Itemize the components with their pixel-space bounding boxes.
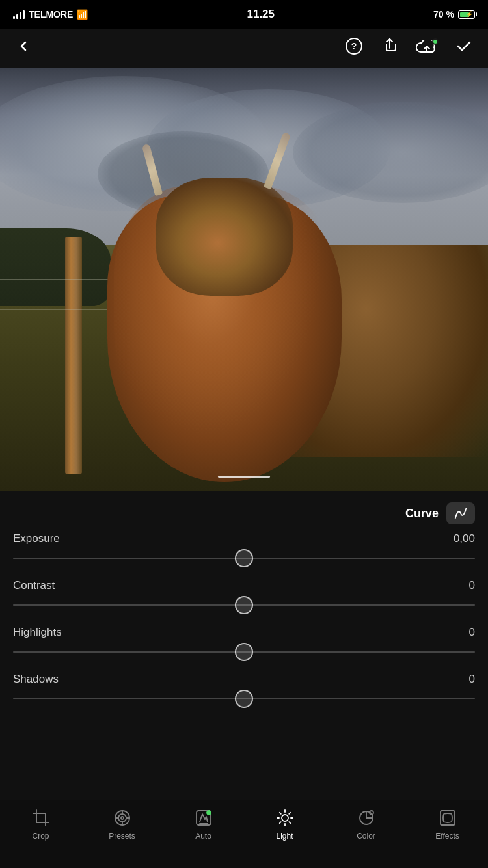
light-label: Light <box>276 832 293 841</box>
svg-text:?: ? <box>351 41 357 51</box>
svg-point-16 <box>282 815 288 821</box>
cloud-sync-button[interactable] <box>416 40 437 57</box>
highlights-value: 0 <box>469 626 475 639</box>
color-icon <box>357 808 376 828</box>
exposure-row: Exposure 0,00 <box>13 532 475 566</box>
share-button[interactable] <box>381 38 398 59</box>
exposure-label: Exposure <box>13 532 60 545</box>
nav-item-light[interactable]: Light <box>259 808 311 841</box>
contrast-value: 0 <box>469 579 475 592</box>
contrast-label: Contrast <box>13 579 55 592</box>
shadows-value: 0 <box>469 673 475 686</box>
battery-pct-label: 70 % <box>433 9 454 20</box>
contrast-slider[interactable] <box>13 597 475 613</box>
exposure-slider[interactable] <box>13 550 475 566</box>
color-label: Color <box>357 832 375 841</box>
curve-button[interactable] <box>446 502 475 524</box>
exposure-value: 0,00 <box>454 532 475 545</box>
highlights-row: Highlights 0 <box>13 626 475 660</box>
status-right: 70 % ⚡ <box>433 9 475 20</box>
sliders-container: Exposure 0,00 Contrast 0 <box>0 532 488 707</box>
svg-rect-3 <box>36 813 46 822</box>
svg-point-7 <box>118 814 126 822</box>
nav-item-color[interactable]: Color <box>340 808 392 841</box>
curve-header: Curve <box>0 491 488 532</box>
help-button[interactable]: ? <box>345 37 363 59</box>
presets-icon <box>113 808 132 828</box>
nav-item-effects[interactable]: Effects <box>422 808 474 841</box>
bottom-nav: Crop Presets Auto <box>0 800 488 868</box>
drag-handle[interactable] <box>218 476 270 478</box>
svg-line-22 <box>289 822 290 823</box>
carrier-label: TELMORE <box>29 9 73 20</box>
auto-label: Auto <box>195 832 211 841</box>
crop-label: Crop <box>32 832 49 841</box>
nav-item-presets[interactable]: Presets <box>96 808 148 841</box>
svg-line-21 <box>279 813 280 814</box>
contrast-row: Contrast 0 <box>13 579 475 613</box>
highlights-label: Highlights <box>13 626 62 639</box>
effects-icon <box>438 808 457 828</box>
signal-bars <box>13 10 25 19</box>
svg-point-8 <box>121 817 124 819</box>
shadows-slider[interactable] <box>13 691 475 707</box>
battery-icon: ⚡ <box>458 10 475 19</box>
highlights-slider[interactable] <box>13 644 475 660</box>
wifi-icon: 📶 <box>77 9 88 20</box>
auto-icon <box>194 808 213 828</box>
curve-label: Curve <box>405 507 439 521</box>
nav-item-auto[interactable]: Auto <box>178 808 230 841</box>
light-icon <box>275 808 295 828</box>
svg-line-23 <box>279 822 280 823</box>
svg-line-24 <box>289 813 290 814</box>
status-bar: TELMORE 📶 11.25 70 % ⚡ <box>0 0 488 29</box>
status-left: TELMORE 📶 <box>13 9 88 20</box>
cloud-sync-dot <box>432 38 439 45</box>
shadows-row: Shadows 0 <box>13 673 475 707</box>
shadows-label: Shadows <box>13 673 59 686</box>
effects-label: Effects <box>435 832 459 841</box>
toolbar: ? <box>0 29 488 68</box>
nav-item-crop[interactable]: Crop <box>15 808 67 841</box>
presets-label: Presets <box>109 832 135 841</box>
confirm-button[interactable] <box>455 38 472 59</box>
svg-point-15 <box>207 811 211 815</box>
time-label: 11.25 <box>247 8 275 21</box>
photo-preview[interactable] <box>0 68 488 491</box>
back-button[interactable] <box>16 38 31 58</box>
crop-icon <box>31 808 51 828</box>
toolbar-right: ? <box>345 37 472 59</box>
